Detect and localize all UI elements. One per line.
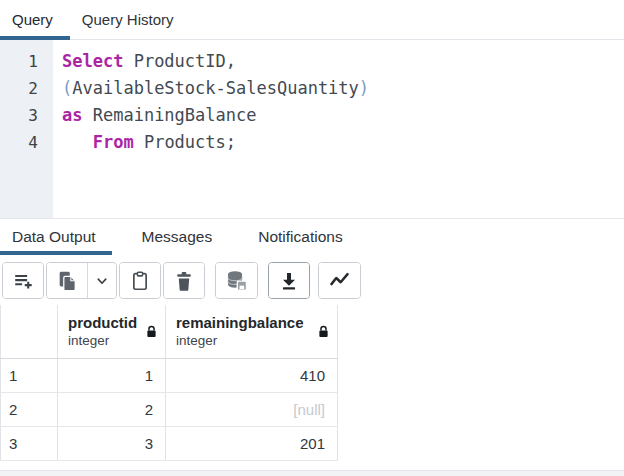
query-tool-window: Query Query History 1 2 3 4 Select Produ… bbox=[0, 0, 624, 470]
data-output-toolbar bbox=[0, 255, 624, 305]
tab-query-history-label: Query History bbox=[82, 11, 174, 28]
save-data-group bbox=[215, 262, 258, 299]
line-number: 1 bbox=[0, 48, 53, 75]
delete-button[interactable] bbox=[164, 263, 204, 298]
column-header-productid[interactable]: productid integer bbox=[58, 305, 166, 358]
sql-text: ProductID, bbox=[123, 51, 236, 71]
download-button[interactable] bbox=[269, 263, 309, 298]
tab-query-label: Query bbox=[12, 11, 53, 28]
row-number[interactable]: 2 bbox=[1, 392, 58, 426]
sql-text: RemainingBalance bbox=[82, 105, 256, 125]
cell-productid[interactable]: 1 bbox=[58, 358, 166, 392]
column-name: productid bbox=[68, 314, 137, 332]
tab-notifications[interactable]: Notifications bbox=[242, 219, 358, 255]
database-save-icon bbox=[225, 269, 248, 292]
sql-editor[interactable]: 1 2 3 4 Select ProductID, (AvailableStoc… bbox=[0, 40, 624, 219]
results-grid: productid integer remainingbalance integ… bbox=[0, 305, 338, 461]
code-line-2: (AvailableStock-SalesQuantity) bbox=[62, 75, 624, 102]
save-data-changes-button[interactable] bbox=[216, 263, 257, 298]
graph-visualiser-button[interactable] bbox=[319, 263, 360, 298]
status-strip bbox=[0, 470, 624, 476]
paste-button[interactable] bbox=[120, 263, 160, 298]
download-group bbox=[268, 262, 310, 299]
cell-remainingbalance[interactable]: [null] bbox=[166, 392, 338, 426]
tab-query-history[interactable]: Query History bbox=[70, 0, 191, 39]
tab-data-output-label: Data Output bbox=[12, 228, 96, 246]
paste-group bbox=[119, 262, 161, 299]
add-row-group bbox=[2, 262, 44, 299]
select-all-corner[interactable] bbox=[1, 305, 58, 358]
line-chart-icon bbox=[328, 269, 351, 292]
line-number: 2 bbox=[0, 75, 53, 102]
copy-button[interactable] bbox=[47, 263, 87, 298]
sql-keyword: as bbox=[62, 105, 82, 125]
trash-icon bbox=[173, 270, 195, 292]
delete-group bbox=[163, 262, 205, 299]
tab-query[interactable]: Query bbox=[0, 0, 70, 39]
tab-messages[interactable]: Messages bbox=[126, 219, 229, 255]
editor-gutter: 1 2 3 4 bbox=[0, 40, 53, 218]
chevron-down-icon bbox=[93, 272, 111, 290]
add-row-icon bbox=[12, 270, 34, 292]
copy-icon bbox=[56, 270, 78, 292]
table-row: 1 1 410 bbox=[1, 358, 338, 392]
sql-text: AvailableStock-SalesQuantity bbox=[72, 78, 359, 98]
output-tab-bar: Data Output Messages Notifications bbox=[0, 219, 624, 255]
cell-remainingbalance[interactable]: 201 bbox=[166, 426, 338, 460]
add-row-button[interactable] bbox=[3, 263, 43, 298]
column-type: integer bbox=[68, 332, 137, 349]
query-tab-bar: Query Query History bbox=[0, 0, 624, 40]
cell-productid[interactable]: 3 bbox=[58, 426, 166, 460]
sql-text: Products; bbox=[134, 132, 236, 152]
download-icon bbox=[278, 270, 300, 292]
cell-remainingbalance[interactable]: 410 bbox=[166, 358, 338, 392]
sql-bracket: ( bbox=[62, 78, 72, 98]
line-number: 4 bbox=[0, 129, 53, 156]
grid-header-row: productid integer remainingbalance integ… bbox=[1, 305, 338, 358]
copy-options-button[interactable] bbox=[87, 263, 116, 298]
sql-keyword: From bbox=[93, 132, 134, 152]
tab-data-output[interactable]: Data Output bbox=[0, 219, 112, 255]
sql-bracket: ) bbox=[359, 78, 369, 98]
copy-group bbox=[46, 262, 117, 299]
table-row: 3 3 201 bbox=[1, 426, 338, 460]
code-line-4: From Products; bbox=[62, 129, 624, 156]
editor-code-area[interactable]: Select ProductID, (AvailableStock-SalesQ… bbox=[53, 40, 624, 218]
code-line-1: Select ProductID, bbox=[62, 48, 624, 75]
code-line-3: as RemainingBalance bbox=[62, 102, 624, 129]
grid-bottom-gap bbox=[0, 461, 624, 470]
column-header-remainingbalance[interactable]: remainingbalance integer bbox=[166, 305, 338, 358]
graph-group bbox=[318, 262, 361, 299]
table-row: 2 2 [null] bbox=[1, 392, 338, 426]
sql-keyword: Select bbox=[62, 51, 123, 71]
column-name: remainingbalance bbox=[176, 314, 304, 332]
line-number: 3 bbox=[0, 102, 53, 129]
lock-icon bbox=[146, 325, 157, 338]
row-number[interactable]: 1 bbox=[1, 358, 58, 392]
row-number[interactable]: 3 bbox=[1, 426, 58, 460]
column-type: integer bbox=[176, 332, 304, 349]
tab-notifications-label: Notifications bbox=[258, 228, 342, 246]
paste-icon bbox=[129, 270, 151, 292]
tab-messages-label: Messages bbox=[142, 228, 213, 246]
lock-icon bbox=[318, 325, 329, 338]
cell-productid[interactable]: 2 bbox=[58, 392, 166, 426]
sql-indent bbox=[62, 132, 93, 152]
